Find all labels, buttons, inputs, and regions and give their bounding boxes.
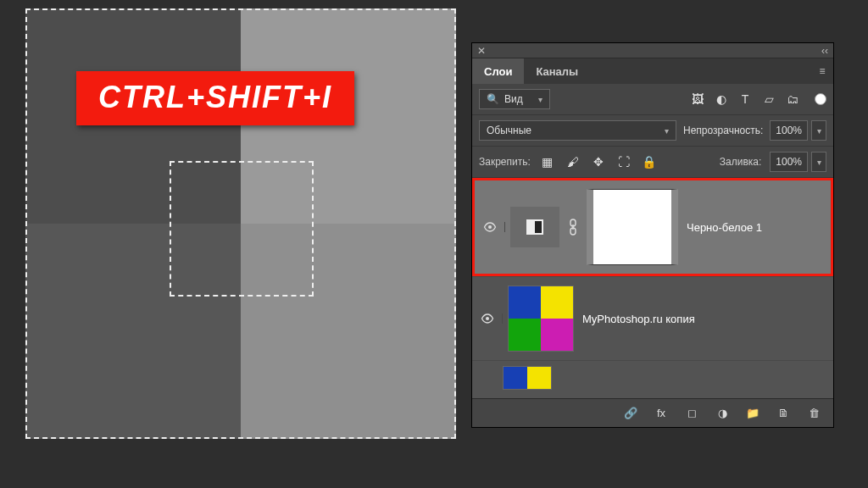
panel-tabs: Слои Каналы ≡ [472, 58, 833, 84]
bw-adjustment-icon [526, 219, 543, 235]
layer-thumbnail[interactable] [503, 366, 552, 390]
layer-row[interactable]: Черно-белое 1 [472, 178, 833, 276]
eye-icon [483, 222, 497, 232]
layer-row[interactable]: MyPhotoshop.ru копия [472, 276, 833, 360]
blend-mode-select[interactable]: Обычные ▾ [479, 120, 676, 141]
lock-label: Закрепить: [479, 156, 531, 168]
panel-titlebar: ✕ ‹‹ [472, 43, 833, 58]
chevron-down-icon: ▾ [665, 126, 669, 136]
lock-all-icon[interactable]: 🔒 [641, 153, 658, 170]
layer-name[interactable]: MyPhotoshop.ru копия [582, 313, 695, 325]
new-adjustment-icon[interactable]: ◑ [715, 407, 730, 419]
link-layers-icon[interactable]: 🔗 [623, 407, 638, 419]
svg-point-0 [488, 225, 492, 229]
collapse-icon[interactable]: ‹‹ [821, 45, 828, 57]
layer-thumbnail[interactable] [508, 286, 574, 352]
panel-menu-icon[interactable]: ≡ [811, 58, 833, 84]
canvas-quadrant [25, 224, 241, 439]
canvas-area[interactable]: CTRL+SHIFT+I [25, 8, 456, 481]
kind-filter-label: Вид [504, 93, 523, 105]
lock-pixels-icon[interactable]: 🖌 [565, 153, 581, 170]
chevron-down-icon: ▾ [538, 95, 542, 104]
add-mask-icon[interactable]: ◻ [684, 407, 699, 419]
fill-label: Заливка: [720, 156, 762, 168]
close-icon[interactable]: ✕ [477, 45, 486, 57]
fill-value[interactable]: 100% [770, 152, 808, 172]
layers-panel: ✕ ‹‹ Слои Каналы ≡ 🔍 Вид ▾ 🖼 ◐ T ▱ 🗂 Обы… [471, 42, 834, 428]
delete-layer-icon[interactable]: 🗑 [806, 407, 821, 419]
link-mask-icon[interactable] [568, 219, 578, 236]
new-group-icon[interactable]: 📁 [745, 407, 760, 419]
layer-name[interactable]: Черно-белое 1 [687, 221, 762, 234]
panel-footer: 🔗 fx ◻ ◑ 📁 🗎 🗑 [472, 398, 833, 427]
lock-row: Закрепить: ▦ 🖌 ✥ ⛶ 🔒 Заливка: 100% ▾ [472, 147, 833, 178]
lock-transparency-icon[interactable]: ▦ [539, 153, 556, 170]
lock-artboard-icon[interactable]: ⛶ [615, 153, 632, 170]
new-layer-icon[interactable]: 🗎 [776, 407, 791, 419]
blend-row: Обычные ▾ Непрозрачность: 100% ▾ [472, 115, 833, 147]
search-icon: 🔍 [487, 93, 499, 105]
fx-icon[interactable]: fx [654, 407, 669, 419]
fill-chevron[interactable]: ▾ [811, 152, 826, 172]
canvas-quadrant [241, 224, 456, 439]
adjustment-thumbnail[interactable] [510, 207, 559, 247]
filter-pixel-icon[interactable]: 🖼 [689, 91, 706, 108]
lock-position-icon[interactable]: ✥ [590, 153, 607, 170]
layer-list: Черно-белое 1 MyPhotoshop.ru копия [472, 178, 833, 398]
layer-mask-thumbnail[interactable] [587, 189, 678, 265]
svg-point-4 [486, 317, 489, 320]
layer-row[interactable] [472, 360, 833, 398]
filter-shape-icon[interactable]: ▱ [760, 91, 777, 108]
filter-row: 🔍 Вид ▾ 🖼 ◐ T ▱ 🗂 [472, 84, 833, 115]
eye-icon [481, 313, 494, 324]
tab-layers[interactable]: Слои [472, 58, 524, 84]
tab-channels[interactable]: Каналы [524, 58, 590, 84]
kind-filter-select[interactable]: 🔍 Вид ▾ [479, 89, 550, 109]
filter-text-icon[interactable]: T [737, 91, 754, 108]
filter-adjust-icon[interactable]: ◐ [713, 91, 730, 108]
opacity-label: Непрозрачность: [683, 125, 763, 136]
shortcut-label: CTRL+SHIFT+I [76, 71, 354, 125]
filter-toggle-switch[interactable] [815, 93, 826, 105]
visibility-toggle[interactable] [475, 222, 505, 232]
opacity-chevron[interactable]: ▾ [811, 120, 826, 141]
filter-smart-icon[interactable]: 🗂 [784, 91, 801, 108]
visibility-toggle[interactable] [472, 313, 503, 324]
blend-mode-value: Обычные [487, 125, 531, 136]
opacity-value[interactable]: 100% [770, 120, 808, 141]
